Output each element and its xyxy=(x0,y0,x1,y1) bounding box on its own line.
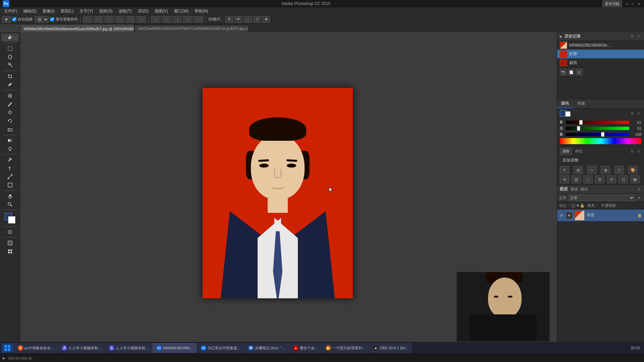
pen-tool[interactable] xyxy=(1,156,19,164)
workspace-button[interactable]: 基本功能 xyxy=(602,0,622,7)
dist-btn-3[interactable]: ⬛ xyxy=(172,16,182,23)
taskbar-item-3[interactable]: Ps bf096b63f6246b... xyxy=(153,343,197,353)
clone-tool[interactable] xyxy=(1,109,19,117)
auto-select-checkbox[interactable] xyxy=(12,17,16,21)
3d-btn-1[interactable]: ↻ xyxy=(225,16,233,23)
align-btn-6[interactable]: ⬛ xyxy=(137,16,146,23)
layers-panel-header[interactable]: 图层 通道 路径 ☰ xyxy=(557,185,644,194)
g-slider-handle[interactable] xyxy=(577,126,580,131)
close-button[interactable]: ✕ xyxy=(637,1,641,6)
layers-menu-icon[interactable]: ☰ xyxy=(636,187,641,192)
menu-type[interactable]: 文字(Y) xyxy=(77,8,96,15)
eraser-tool[interactable] xyxy=(1,125,19,133)
color-tab-color[interactable]: 颜色 xyxy=(557,99,573,108)
adj-colorlookup[interactable]: ⊟ xyxy=(607,175,616,183)
gradient-tool[interactable] xyxy=(1,136,19,144)
3d-btn-2[interactable]: ⟳ xyxy=(234,16,242,23)
adj-curves[interactable]: ∿ xyxy=(587,166,597,174)
taskbar-item-0[interactable]: S ps中替换色命令... xyxy=(14,343,57,353)
adj-bw[interactable]: ▧ xyxy=(572,175,581,183)
menu-image[interactable]: 图像(I) xyxy=(40,8,57,15)
bg-color-swatch-small[interactable] xyxy=(565,111,571,117)
taskbar-item-7[interactable]: ▶ 一寸照片处理系列... xyxy=(322,343,369,353)
color-tab-swatches[interactable]: 色板 xyxy=(573,99,589,108)
eyedropper-tool[interactable] xyxy=(1,81,19,89)
move-tool-option[interactable] xyxy=(2,16,11,23)
history-item-crop[interactable]: 裁剪 xyxy=(557,58,644,67)
layer-item-background[interactable]: 👁 ▣ 序景 🔒 xyxy=(557,209,644,222)
align-btn-2[interactable]: ⬛ xyxy=(94,16,103,23)
adj-posterize[interactable]: ▩ xyxy=(630,175,640,183)
dist-btn-5[interactable]: ⬛ xyxy=(194,16,203,23)
shape-tool[interactable] xyxy=(1,181,19,189)
b-slider[interactable] xyxy=(566,133,629,136)
taskbar-item-1[interactable]: 人 人人学小视频录制... xyxy=(58,343,105,353)
adj-exposure[interactable]: ◑ xyxy=(601,166,610,174)
color-swatch[interactable] xyxy=(5,213,15,224)
lasso-tool[interactable] xyxy=(1,53,19,61)
wand-tool[interactable] xyxy=(1,61,19,69)
dodge-tool[interactable] xyxy=(1,145,19,153)
taskbar-item-4[interactable]: Ps 为已有证件照换底... xyxy=(197,343,244,353)
taskbar-item-2[interactable]: 人 人人学小视频录制... xyxy=(105,343,152,353)
3d-btn-3[interactable]: ↔ xyxy=(244,16,252,23)
patch-tool[interactable] xyxy=(1,92,19,100)
screen-mode-tool[interactable] xyxy=(1,239,19,247)
history-delete-btn[interactable]: 🗑 xyxy=(576,69,583,75)
menu-file[interactable]: 文件(F) xyxy=(1,8,20,15)
menu-layer[interactable]: 图层(L) xyxy=(58,8,76,15)
start-button[interactable] xyxy=(1,343,13,353)
lock-pixels-icon[interactable]: ⬛ xyxy=(571,203,576,208)
lock-all-icon[interactable]: 🔒 xyxy=(580,203,585,208)
extra-tools[interactable] xyxy=(1,247,19,255)
history-panel-header[interactable]: ▶ 历史记录 ☰ ✕ xyxy=(557,32,644,41)
menu-3d[interactable]: 3D(D) xyxy=(135,8,151,14)
layer-filter-icon[interactable]: ▼ xyxy=(637,195,642,200)
dist-btn-2[interactable]: ⬛ xyxy=(162,16,171,23)
taskbar-item-6[interactable]: ● 整合个会... xyxy=(289,343,321,353)
menu-window[interactable]: 窗口(W) xyxy=(171,8,191,15)
blend-mode-select[interactable]: 正常 xyxy=(569,195,635,201)
minimize-button[interactable]: — xyxy=(625,1,629,6)
lock-position-icon[interactable]: ✚ xyxy=(576,203,579,208)
align-btn-3[interactable]: ⬛ xyxy=(104,16,114,23)
adj-panel-menu-icon[interactable]: ☰ xyxy=(629,149,635,154)
align-btn-1[interactable]: ⬛ xyxy=(83,16,92,23)
background-color[interactable] xyxy=(8,216,15,224)
adj-colorbalance[interactable]: ⊕ xyxy=(560,175,569,183)
adj-channelmixer[interactable]: ⊞ xyxy=(595,175,604,183)
taskbar-item-5[interactable]: W 步骤笔记.docx * ... xyxy=(245,343,289,353)
layer-visibility-icon[interactable]: 👁 xyxy=(559,213,564,218)
history-snapshot[interactable]: bf096b63f6246b603e... xyxy=(557,41,644,50)
r-slider-handle[interactable] xyxy=(579,120,583,125)
history-new-btn[interactable]: 📄 xyxy=(568,69,575,75)
3d-btn-4[interactable]: ⤢ xyxy=(253,16,261,23)
show-transform-checkbox[interactable] xyxy=(50,17,54,21)
g-slider[interactable] xyxy=(566,127,629,130)
adj-photo[interactable]: ⬭ xyxy=(583,175,593,183)
move-tool[interactable] xyxy=(1,34,19,42)
history-menu-icon[interactable]: ☰ xyxy=(629,34,635,39)
dist-btn-1[interactable]: ⬛ xyxy=(151,16,160,23)
color-spectrum[interactable] xyxy=(560,138,641,144)
adj-invert[interactable]: ⊡ xyxy=(619,175,628,183)
dist-btn-4[interactable]: ⬛ xyxy=(183,16,193,23)
crop-tool[interactable] xyxy=(1,72,19,80)
status-arrow[interactable]: ▶ xyxy=(3,356,5,360)
adj-panel-close-icon[interactable]: ✕ xyxy=(636,149,641,154)
3d-btn-5[interactable]: ⊕ xyxy=(262,16,270,23)
taskbar-item-8[interactable]: ● OBS 20.0.1 (64... xyxy=(369,343,412,353)
history-item-open[interactable]: 打开 xyxy=(557,50,644,58)
channels-tab[interactable]: 通道 xyxy=(571,187,578,192)
maximize-button[interactable]: □ xyxy=(631,1,635,6)
align-btn-4[interactable]: ⬛ xyxy=(115,16,124,23)
adj-tab-style[interactable]: 样式 xyxy=(573,148,585,155)
menu-select[interactable]: 选择(S) xyxy=(96,8,115,15)
menu-filter[interactable]: 滤镜(T) xyxy=(116,8,134,15)
path-tool[interactable] xyxy=(1,173,19,181)
history-close-icon[interactable]: ✕ xyxy=(636,34,641,39)
paths-tab[interactable]: 路径 xyxy=(581,187,588,192)
color-panel-close-icon[interactable]: ✕ xyxy=(636,111,641,116)
adj-hue[interactable]: 🎨 xyxy=(628,166,638,174)
brush-tool[interactable] xyxy=(1,100,19,108)
